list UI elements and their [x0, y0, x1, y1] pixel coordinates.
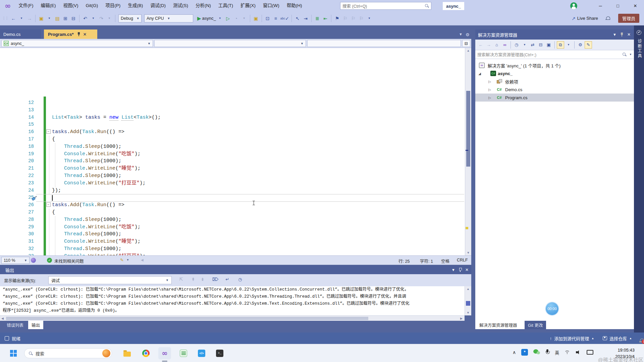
add-to-source-control-button[interactable]: ↑ 添加到源代码管理 ▲	[550, 335, 594, 342]
scrollbar-thumb[interactable]	[466, 301, 470, 306]
browser-icon[interactable]	[142, 349, 150, 358]
panel-close-icon[interactable]: ✕	[465, 267, 469, 272]
menu-item[interactable]: 项目(P)	[102, 0, 124, 11]
undo-dropdown-icon[interactable]: ▼	[90, 15, 97, 22]
menu-item[interactable]: 窗口(W)	[259, 0, 283, 11]
collapse-all-icon[interactable]: ⊟	[537, 41, 544, 49]
expander-collapsed-icon[interactable]: ▷	[488, 96, 492, 100]
panel-pin-icon[interactable]	[459, 268, 462, 272]
menu-item[interactable]: 测试(S)	[169, 0, 192, 11]
code-line[interactable]: Thread.Sleep(1000);	[52, 172, 161, 180]
code-line[interactable]: Console.WriteLine("睡觉");	[52, 165, 161, 172]
quick-actions-screwdriver-icon[interactable]	[32, 195, 37, 201]
volume-icon[interactable]	[576, 350, 581, 355]
new-project-dropdown-icon[interactable]: ▼	[46, 15, 53, 22]
menu-item[interactable]: 文件(F)	[15, 0, 37, 11]
wechat-tray-icon[interactable]	[533, 349, 540, 355]
navigate-back-icon[interactable]: ←	[10, 15, 17, 22]
code-line[interactable]: {	[52, 136, 161, 143]
output-horizontal-scrollbar[interactable]: ◀ ▶	[0, 315, 465, 321]
sync-dropdown-icon[interactable]: ▼	[565, 41, 572, 49]
editor-vertical-scrollbar[interactable]: ▲ ▼	[465, 48, 471, 255]
tab-solution-explorer[interactable]: 解决方案资源管理器	[476, 321, 521, 329]
code-line[interactable]: Thread.Sleep(1000);	[52, 231, 161, 238]
wifi-icon[interactable]	[565, 350, 571, 355]
solution-explorer-toggle-icon[interactable]: ⊡	[264, 15, 271, 22]
notes-app-icon[interactable]	[179, 349, 188, 358]
pending-changes-filter-icon[interactable]: ◷	[513, 41, 520, 49]
expander-expanded-icon[interactable]: ◢	[478, 72, 482, 75]
tab-well-options-icon[interactable]: ⚙	[466, 32, 470, 37]
feedback-project-label[interactable]: async_	[443, 2, 464, 10]
fold-collapse-icon[interactable]: −	[46, 202, 51, 207]
tree-item-program.cs[interactable]: ▷C#Program.cs	[475, 94, 634, 102]
zoom-level-combo[interactable]: 110 %▼	[1, 257, 30, 264]
output-text-area[interactable]: “async_.exe” (CoreCLR: clrhost): 已加载“C:\…	[0, 286, 465, 315]
start-debugging-icon[interactable]: ▶	[197, 15, 201, 21]
terminal-icon[interactable]: >_	[215, 349, 224, 358]
menu-item[interactable]: 生成(B)	[124, 0, 147, 11]
word-wrap-icon[interactable]: ↵	[223, 277, 231, 282]
expander-collapsed-icon[interactable]: ▷	[488, 88, 492, 92]
tab-output[interactable]: 输出	[28, 321, 43, 329]
code-line[interactable]: Console.WriteLine("睡觉");	[52, 238, 161, 245]
quick-search-input[interactable]: 搜索 (Ctrl+Q)	[340, 2, 431, 10]
panel-dropdown-icon[interactable]: ▼	[613, 33, 616, 37]
scroll-down-icon[interactable]: ▼	[465, 251, 471, 254]
select-pointer-icon[interactable]: ↖	[294, 15, 301, 22]
show-all-files-icon[interactable]: ≡	[272, 15, 279, 22]
solution-explorer-header[interactable]: 解决方案资源管理器 ▼ ✕	[475, 29, 634, 40]
status-spaces[interactable]: 空格	[441, 258, 449, 264]
panel-close-icon[interactable]: ✕	[627, 32, 631, 37]
code-line[interactable]	[52, 99, 161, 107]
performance-profiler-icon[interactable]: ◔	[233, 15, 239, 22]
code-line[interactable]: Thread.Sleep(1000);	[52, 158, 161, 165]
code-line[interactable]: Console.WriteLine("打豆豆");	[52, 253, 161, 255]
menu-item[interactable]: 工具(T)	[215, 0, 237, 11]
close-button[interactable]: ✕	[627, 0, 644, 11]
account-avatar[interactable]	[570, 2, 577, 9]
code-line[interactable]: tasks.Add(Task.Run(() =>	[52, 128, 161, 136]
fold-collapse-icon[interactable]: −	[46, 129, 51, 134]
sync-with-active-document-icon[interactable]: ⧉	[557, 41, 564, 49]
tree-item-async_[interactable]: ◢C#async_	[475, 69, 634, 77]
menu-item[interactable]: 视图(V)	[60, 0, 82, 11]
home-icon[interactable]: ⌂	[493, 41, 500, 49]
open-folder-icon[interactable]: ▤	[54, 15, 61, 22]
tree-item-demo.cs[interactable]: ▷C#Demo.cs	[475, 85, 634, 94]
output-source-combo[interactable]: 调试▼	[48, 276, 172, 284]
code-cleanup-dropdown-icon[interactable]: ▼	[126, 258, 129, 261]
status-line-ending[interactable]: CRLF	[457, 258, 468, 262]
code-line[interactable]: });	[52, 187, 161, 194]
run-target-dropdown-icon[interactable]: ▼	[217, 15, 223, 22]
tree-item--[interactable]: ▷依赖项	[475, 77, 634, 85]
forward-icon[interactable]: →	[485, 41, 492, 49]
profiler-dropdown-icon[interactable]: ▼	[241, 15, 248, 22]
tab-diagnostic-tools[interactable]: 诊断工具	[636, 39, 643, 58]
type-dropdown[interactable]: ▼	[154, 40, 306, 47]
code-line[interactable]: Thread.Sleep(1000);	[52, 245, 161, 253]
panel-dropdown-icon[interactable]: ▼	[451, 268, 455, 272]
menu-item[interactable]: 扩展(X)	[237, 0, 259, 11]
sync-namespaces-icon[interactable]: ⇄	[529, 41, 536, 49]
code-line[interactable]: Console.WriteLine("吃饭");	[52, 150, 161, 158]
redo-dropdown-icon[interactable]: ▼	[106, 15, 113, 22]
properties-wrench-icon[interactable]: ⚙	[577, 41, 584, 49]
expander-collapsed-icon[interactable]: ▷	[488, 80, 492, 83]
scroll-right-icon[interactable]: ▶	[460, 317, 463, 320]
start-button[interactable]	[10, 350, 17, 357]
output-vertical-scrollbar[interactable]: ▲ ▼	[465, 286, 471, 315]
menu-item[interactable]: 编辑(E)	[37, 0, 60, 11]
netdisk-tray-icon[interactable]: *	[521, 349, 528, 356]
tab-demo-cs[interactable]: Demo.cs	[0, 29, 41, 39]
scroll-down-icon[interactable]: ▼	[465, 311, 471, 314]
timestamp-icon[interactable]: ◷	[236, 277, 244, 282]
status-line-number[interactable]: 行: 25	[398, 258, 410, 264]
indent-icon[interactable]: ⇥	[302, 15, 309, 22]
status-char-number[interactable]: 字符: 1	[420, 258, 433, 264]
run-target-label[interactable]: async_	[202, 16, 216, 21]
save-all-icon[interactable]: ⊟	[70, 15, 77, 22]
preview-selected-items-icon[interactable]: ✎	[585, 41, 592, 49]
menu-item[interactable]: 帮助(H)	[283, 0, 306, 11]
save-icon[interactable]: ⊞	[62, 15, 69, 22]
